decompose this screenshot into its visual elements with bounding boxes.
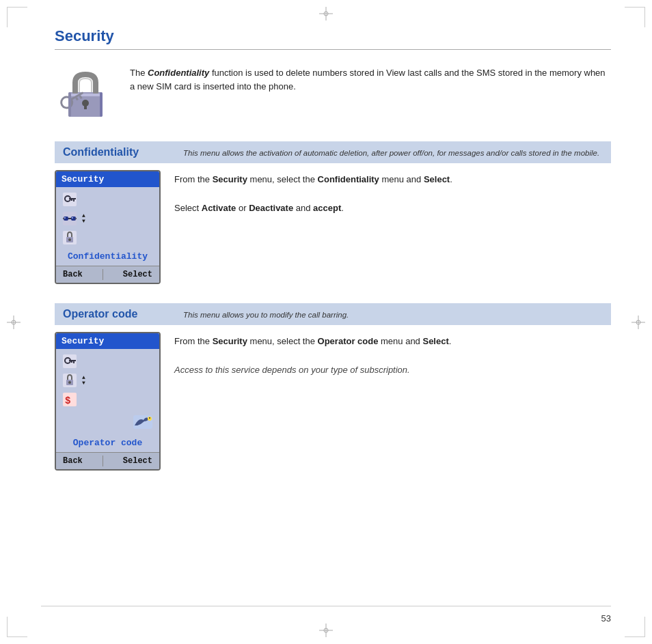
- svg-point-5: [324, 628, 328, 632]
- phone-icon-bird: [120, 412, 154, 432]
- instruction-op-line-2: Access to this service depends on your t…: [174, 363, 611, 378]
- phone-icon-key: [62, 191, 78, 208]
- svg-rect-15: [84, 103, 87, 109]
- section-confidentiality-title: Confidentiality: [63, 146, 172, 158]
- phone-item-1: [62, 191, 154, 208]
- bottom-separator: [41, 606, 611, 606]
- instr-deactivate-bold: Deactivate: [249, 203, 293, 213]
- phone-icon-lock-small: [62, 229, 78, 246]
- phone-mockup-confidentiality: Security: [55, 170, 161, 284]
- phone-title-operator-code: Security: [56, 333, 159, 349]
- phone-item-3: [62, 229, 154, 246]
- svg-point-2: [324, 12, 328, 16]
- instr-select-bold-2: Select: [422, 336, 448, 346]
- phone-footer-operator-code: Back Select: [56, 452, 159, 469]
- crosshair-left: [7, 316, 21, 329]
- phone-body-confidentiality: ▲ ▼: [56, 187, 159, 266]
- svg-rect-20: [68, 92, 71, 117]
- svg-rect-40: [69, 360, 76, 361]
- corner-mark-tr: [625, 7, 645, 27]
- svg-rect-24: [69, 198, 76, 199]
- instr-activate-bold: Activate: [202, 203, 236, 213]
- corner-mark-bl: [7, 617, 27, 637]
- phone-footer-divider-operator-code: [103, 456, 103, 466]
- section-operator-code-instructions: From the Security menu, select the Opera…: [174, 332, 611, 471]
- scroll-arrows-operator-code: ▲ ▼: [82, 375, 85, 386]
- svg-rect-21: [100, 92, 103, 117]
- svg-rect-41: [73, 361, 74, 363]
- phone-label-operator-code: Operator code: [73, 438, 142, 448]
- phone-label-confidentiality: Confidentiality: [68, 251, 148, 262]
- section-operator-code-body: Security: [55, 332, 611, 471]
- instr-security-bold-1: Security: [213, 174, 247, 184]
- phone-back-confidentiality: Back: [63, 270, 83, 279]
- section-operator-code-header: Operator code This menu allows you to mo…: [55, 303, 611, 325]
- phone-back-operator-code: Back: [63, 456, 83, 466]
- phone-item-2: ▲ ▼: [62, 210, 154, 227]
- phone-select-operator-code: Select: [123, 456, 152, 466]
- instr-accept-bold: accept: [313, 203, 341, 213]
- instruction-line-2: Select Activate or Deactivate and accept…: [174, 201, 611, 216]
- corner-mark-br: [625, 617, 645, 637]
- instr-access-italic: Access to this service depends on your t…: [174, 365, 410, 375]
- phone-footer-confidentiality: Back Select: [56, 266, 159, 283]
- page-content: Security: [55, 27, 611, 471]
- crosshair-bottom: [319, 624, 333, 637]
- crosshair-right: [631, 316, 645, 329]
- section-confidentiality-instructions: From the Security menu, select the Confi…: [174, 170, 611, 284]
- svg-rect-26: [71, 199, 72, 201]
- corner-mark-tl: [7, 7, 27, 27]
- svg-rect-32: [75, 218, 77, 219]
- section-confidentiality-body: Security: [55, 170, 611, 284]
- padlock-icon: [55, 64, 116, 125]
- phone-label-area-operator-code: Operator code: [62, 438, 154, 448]
- section-confidentiality: Confidentiality This menu allows the act…: [55, 141, 611, 284]
- svg-rect-30: [68, 218, 71, 219]
- svg-rect-33: [64, 217, 66, 219]
- svg-point-37: [68, 238, 71, 241]
- phone-icon-glasses: [62, 210, 78, 227]
- phone-mockup-operator-code: Security: [55, 332, 161, 471]
- phone-icon-key-op: [62, 353, 78, 369]
- phone-body-operator-code: ▲ ▼ $: [56, 349, 159, 452]
- section-operator-code: Operator code This menu allows you to mo…: [55, 303, 611, 471]
- intro-section: The Confidentiality function is used to …: [55, 64, 611, 125]
- phone-select-confidentiality: Select: [123, 270, 152, 279]
- section-operator-code-title: Operator code: [63, 308, 172, 320]
- instr-select-bold-1: Select: [424, 174, 450, 184]
- crosshair-top: [319, 7, 333, 20]
- section-operator-code-desc: This menu allows you to modify the call …: [183, 309, 349, 320]
- page-title: Security: [55, 27, 611, 50]
- svg-point-11: [636, 320, 640, 324]
- scroll-arrows-confidentiality: ▲ ▼: [82, 213, 85, 224]
- svg-point-45: [68, 381, 71, 384]
- instr-confidentiality-bold: Confidentiality: [318, 174, 379, 184]
- instr-security-bold-2: Security: [213, 336, 247, 346]
- phone-item-op-1: [62, 353, 154, 369]
- svg-point-50: [149, 417, 150, 419]
- phone-icon-lock-op: [62, 372, 78, 389]
- page-number: 53: [601, 613, 611, 624]
- instruction-line-1: From the Security menu, select the Confi…: [174, 173, 611, 187]
- intro-bold-italic: Confidentiality: [148, 68, 209, 78]
- phone-item-op-3: $: [62, 391, 154, 408]
- svg-rect-31: [63, 218, 64, 219]
- phone-footer-divider-confidentiality: [103, 269, 103, 280]
- svg-rect-25: [73, 199, 74, 201]
- phone-item-op-2: ▲ ▼: [62, 372, 154, 389]
- svg-point-8: [12, 320, 16, 324]
- svg-rect-42: [71, 361, 72, 363]
- phone-icon-operator: $: [62, 391, 78, 408]
- section-confidentiality-desc: This menu allows the activation of autom…: [183, 148, 599, 158]
- intro-text-before: The: [130, 68, 148, 78]
- svg-rect-13: [70, 94, 101, 96]
- phone-title-confidentiality: Security: [56, 171, 159, 187]
- svg-text:$: $: [65, 395, 70, 406]
- phone-label-area-confidentiality: Confidentiality: [62, 251, 154, 262]
- section-confidentiality-header: Confidentiality This menu allows the act…: [55, 141, 611, 163]
- instruction-op-line-1: From the Security menu, select the Opera…: [174, 335, 611, 349]
- intro-description: The Confidentiality function is used to …: [130, 64, 611, 93]
- instr-operator-code-bold: Operator code: [318, 336, 379, 346]
- svg-rect-34: [72, 217, 73, 219]
